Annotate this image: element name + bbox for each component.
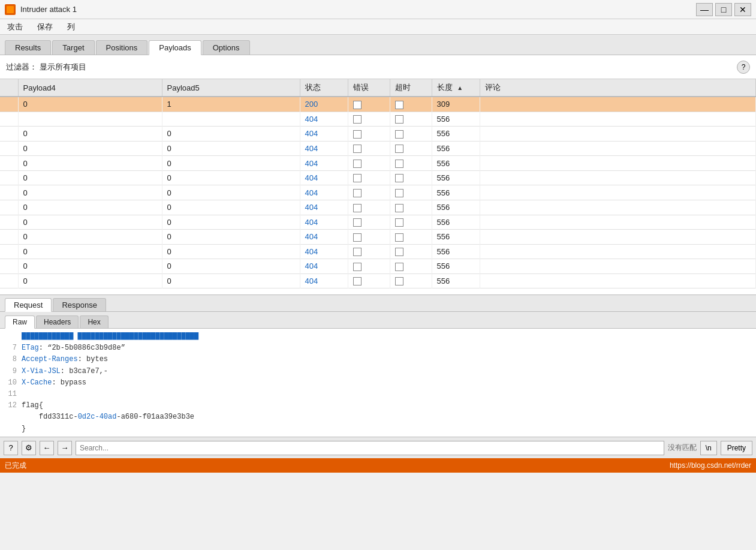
tab-options[interactable]: Options (203, 40, 250, 55)
col-payload4[interactable]: Payload4 (18, 79, 162, 97)
menu-save[interactable]: 保存 (35, 21, 55, 33)
status-bar: 已完成 https://blog.csdn.net/rrder (0, 458, 756, 473)
cell-status: 404 (300, 127, 348, 142)
cell-payload5: 0 (162, 274, 300, 288)
cell-timeout (390, 259, 432, 274)
forward-button[interactable]: → (58, 441, 72, 455)
cell-payload4: 0 (18, 127, 162, 142)
back-button[interactable]: ← (40, 441, 54, 455)
cell-payload4: 0 (18, 97, 162, 112)
cell-payload5: 0 (162, 259, 300, 274)
cell-index (0, 215, 18, 230)
cell-index (0, 244, 18, 259)
cell-index (0, 97, 18, 112)
table-header-row: Payload4 Payload5 状态 错误 超时 长度 ▲ 评论 (0, 79, 756, 97)
cell-timeout (390, 141, 432, 156)
cell-payload5: 0 (162, 170, 300, 185)
table-row[interactable]: 0 0 404 556 (0, 215, 756, 230)
cell-payload5: 0 (162, 127, 300, 142)
cell-error (348, 127, 390, 142)
cell-timeout (390, 200, 432, 215)
cell-length: 556 (432, 200, 480, 215)
tab-response[interactable]: Response (53, 298, 106, 311)
pretty-button[interactable]: Pretty (721, 441, 752, 455)
table-row[interactable]: 0 0 404 556 (0, 170, 756, 185)
tab-payloads[interactable]: Payloads (149, 40, 201, 55)
cell-index (0, 274, 18, 288)
cell-timeout (390, 97, 432, 112)
cell-status: 404 (300, 156, 348, 171)
search-input[interactable] (76, 441, 664, 455)
cell-payload4 (18, 112, 162, 127)
cell-timeout (390, 112, 432, 127)
cell-payload5: 0 (162, 244, 300, 259)
col-comment[interactable]: 评论 (480, 79, 756, 97)
menu-columns[interactable]: 列 (65, 21, 77, 33)
table-row[interactable]: 0 0 404 556 (0, 244, 756, 259)
table-row[interactable]: 0 1 200 309 (0, 97, 756, 112)
cell-comment (480, 141, 756, 156)
cell-status: 404 (300, 259, 348, 274)
window-controls: — □ ✕ (696, 3, 751, 16)
cell-comment (480, 185, 756, 200)
cell-payload4: 0 (18, 141, 162, 156)
cell-length: 556 (432, 215, 480, 230)
help-toolbar-button[interactable]: ? (4, 441, 18, 455)
bottom-toolbar: ? ⚙ ← → 没有匹配 \n Pretty (0, 437, 756, 458)
table-row[interactable]: 0 0 404 556 (0, 156, 756, 171)
cell-status: 404 (300, 274, 348, 288)
cell-error (348, 170, 390, 185)
cell-payload5: 0 (162, 200, 300, 215)
cell-status: 404 (300, 200, 348, 215)
main-tabs: Results Target Positions Payloads Option… (0, 35, 756, 55)
table-row[interactable]: 0 0 404 556 (0, 127, 756, 142)
col-error[interactable]: 错误 (348, 79, 390, 97)
cell-payload5: 0 (162, 215, 300, 230)
cell-payload4: 0 (18, 230, 162, 245)
cell-status: 404 (300, 170, 348, 185)
minimize-button[interactable]: — (696, 3, 713, 16)
col-payload5[interactable]: Payload5 (162, 79, 300, 97)
tab-raw[interactable]: Raw (5, 315, 35, 329)
col-timeout[interactable]: 超时 (390, 79, 432, 97)
cell-comment (480, 215, 756, 230)
settings-toolbar-button[interactable]: ⚙ (22, 441, 36, 455)
tab-positions[interactable]: Positions (96, 40, 148, 55)
cell-timeout (390, 185, 432, 200)
newline-button[interactable]: \n (700, 441, 717, 455)
col-status[interactable]: 状态 (300, 79, 348, 97)
cell-error (348, 244, 390, 259)
tab-headers[interactable]: Headers (36, 315, 79, 328)
col-index (0, 79, 18, 97)
close-button[interactable]: ✕ (734, 3, 751, 16)
code-line-flag-value: fdd3311c-0d2c-40ad-a680-f01aa39e3b3e (5, 411, 751, 423)
table-wrapper[interactable]: Payload4 Payload5 状态 错误 超时 长度 ▲ 评论 0 1 2… (0, 79, 756, 294)
code-content-area[interactable]: ████████████ ███████████████████████████… (0, 329, 756, 437)
menu-attack[interactable]: 攻击 (5, 21, 25, 33)
filter-value: 显示所有项目 (40, 62, 86, 73)
cell-length: 556 (432, 244, 480, 259)
status-left: 已完成 (5, 461, 26, 471)
tab-request[interactable]: Request (5, 298, 52, 312)
table-row[interactable]: 0 0 404 556 (0, 259, 756, 274)
maximize-button[interactable]: □ (715, 3, 732, 16)
code-line-10: 10 X-Cache: bypass (5, 377, 751, 389)
tab-target[interactable]: Target (52, 40, 94, 55)
table-row[interactable]: 0 0 404 556 (0, 141, 756, 156)
table-row[interactable]: 404 556 (0, 112, 756, 127)
col-length[interactable]: 长度 ▲ (432, 79, 480, 97)
cell-index (0, 259, 18, 274)
table-row[interactable]: 0 0 404 556 (0, 185, 756, 200)
tab-hex[interactable]: Hex (80, 315, 108, 328)
tab-results[interactable]: Results (5, 40, 51, 55)
table-row[interactable]: 0 0 404 556 (0, 200, 756, 215)
filter-help-button[interactable]: ? (737, 61, 750, 74)
cell-timeout (390, 274, 432, 288)
table-row[interactable]: 0 0 404 556 (0, 274, 756, 288)
cell-error (348, 156, 390, 171)
table-row[interactable]: 0 0 404 556 (0, 230, 756, 245)
sort-arrow-length: ▲ (457, 85, 463, 91)
cell-index (0, 170, 18, 185)
cell-payload4: 0 (18, 215, 162, 230)
cell-timeout (390, 215, 432, 230)
